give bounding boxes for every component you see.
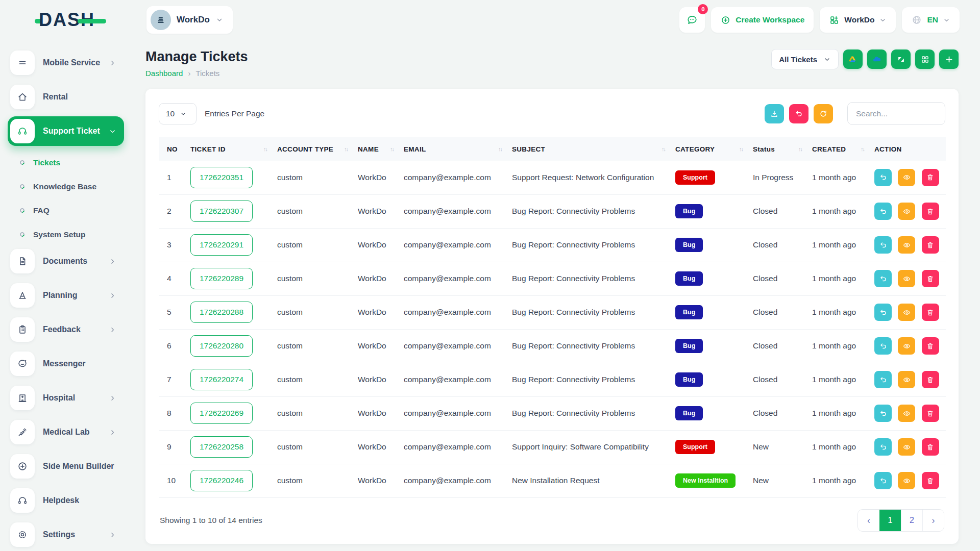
delete-button[interactable] (922, 405, 939, 422)
view-button[interactable] (898, 371, 915, 388)
sort-icon[interactable]: ↑↓ (344, 146, 348, 152)
view-button[interactable] (898, 337, 915, 355)
sidebar-item-documents[interactable]: Documents (8, 246, 124, 276)
entries-per-page-select[interactable]: 10 (159, 103, 197, 124)
ticket-id-button[interactable]: 1726220258 (190, 436, 253, 458)
sidebar-item-feedback[interactable]: Feedback (8, 315, 124, 344)
reply-button[interactable] (874, 438, 892, 456)
reply-button[interactable] (874, 203, 892, 220)
reply-button[interactable] (874, 304, 892, 321)
sidebar-item-messenger[interactable]: Messenger (8, 349, 124, 379)
workspace-switcher[interactable]: WorkDo (146, 6, 233, 34)
table-column-header[interactable]: TICKET ID↑↓ (185, 137, 272, 161)
breadcrumb-dashboard-link[interactable]: Dashboard (145, 69, 183, 78)
ticket-id-button[interactable]: 1726220246 (190, 470, 253, 491)
view-button[interactable] (898, 270, 915, 287)
sort-icon[interactable]: ↑↓ (498, 146, 502, 152)
sidebar-item-planning[interactable]: Planning (8, 281, 124, 310)
delete-button[interactable] (922, 203, 939, 220)
delete-button[interactable] (922, 304, 939, 321)
language-selector[interactable]: EN (902, 7, 960, 33)
previous-page-button[interactable]: ‹ (858, 510, 879, 531)
dash-logo[interactable]: DASH (35, 9, 106, 31)
delete-button[interactable] (922, 337, 939, 355)
messages-button[interactable]: 0 (679, 7, 705, 33)
ticket-id-button[interactable]: 1726220351 (190, 167, 253, 188)
table-column-header[interactable]: ACCOUNT TYPE↑↓ (272, 137, 353, 161)
delete-button[interactable] (922, 169, 939, 186)
account-type-cell: custom (272, 396, 353, 430)
google-drive-button[interactable] (843, 49, 863, 69)
sidebar-item-side-menu-builder[interactable]: Side Menu Builder (8, 452, 124, 481)
view-button[interactable] (898, 203, 915, 220)
create-workspace-button[interactable]: Create Workspace (711, 7, 814, 33)
table-column-header[interactable]: CREATED↑↓ (807, 137, 869, 161)
view-button[interactable] (898, 236, 915, 254)
sidebar-item-medical-lab[interactable]: Medical Lab (8, 417, 124, 447)
onedrive-button[interactable] (867, 49, 887, 69)
view-button[interactable] (898, 438, 915, 456)
add-ticket-button[interactable] (939, 49, 959, 69)
reply-button[interactable] (874, 236, 892, 254)
workspace-menu[interactable]: WorkDo (820, 7, 896, 33)
sidebar-item-rental[interactable]: Rental (8, 82, 124, 112)
zendesk-button[interactable] (891, 49, 911, 69)
sort-icon[interactable]: ↑↓ (263, 146, 267, 152)
ticket-id-button[interactable]: 1726220288 (190, 302, 253, 323)
table-column-header[interactable]: NAME↑↓ (353, 137, 399, 161)
ticket-id-button[interactable]: 1726220291 (190, 234, 253, 256)
delete-button[interactable] (922, 371, 939, 388)
sidebar-subitem-knowledge-base[interactable]: Knowledge Base (8, 174, 130, 198)
table-column-header[interactable]: CATEGORY↑↓ (670, 137, 748, 161)
sidebar-item-icon (10, 488, 35, 513)
refresh-button[interactable] (814, 104, 833, 123)
ticket-id-button[interactable]: 1726220307 (190, 201, 253, 222)
sort-icon[interactable]: ↑↓ (662, 146, 665, 152)
sidebar-subitem-faq[interactable]: FAQ (8, 198, 130, 222)
sort-icon[interactable]: ↑↓ (798, 146, 802, 152)
delete-button[interactable] (922, 270, 939, 287)
sidebar-item-support-ticket[interactable]: Support Ticket (8, 116, 124, 146)
table-column-header[interactable]: SUBJECT↑↓ (507, 137, 670, 161)
sort-icon[interactable]: ↑↓ (739, 146, 743, 152)
delete-button[interactable] (922, 472, 939, 489)
bullet-ring-icon (19, 231, 26, 238)
ticket-id-button[interactable]: 1726220289 (190, 268, 253, 289)
reply-button[interactable] (874, 337, 892, 355)
sidebar-item-helpdesk[interactable]: Helpdesk (8, 486, 124, 515)
reset-button[interactable] (789, 104, 808, 123)
reply-button[interactable] (874, 472, 892, 489)
view-button[interactable] (898, 472, 915, 489)
search-input[interactable] (847, 102, 945, 125)
sort-icon[interactable]: ↑↓ (390, 146, 394, 152)
page-button-1[interactable]: 1 (879, 510, 901, 531)
sidebar-subitem-system-setup[interactable]: System Setup (8, 222, 130, 246)
reply-button[interactable] (874, 405, 892, 422)
sidebar-item-hospital[interactable]: Hospital (8, 383, 124, 413)
next-page-button[interactable]: › (922, 510, 944, 531)
reply-button[interactable] (874, 270, 892, 287)
ticket-filter-select[interactable]: All Tickets (771, 49, 839, 69)
view-button[interactable] (898, 405, 915, 422)
view-button[interactable] (898, 304, 915, 321)
table-column-header[interactable]: EMAIL↑↓ (399, 137, 507, 161)
sidebar-item-settings[interactable]: Settings (8, 520, 124, 549)
sidebar-item-label: Side Menu Builder (43, 462, 114, 471)
grid-view-button[interactable] (915, 49, 935, 69)
sort-icon[interactable]: ↑↓ (861, 146, 864, 152)
view-button[interactable] (898, 169, 915, 186)
delete-button[interactable] (922, 438, 939, 456)
ticket-id-button[interactable]: 1726220269 (190, 403, 253, 424)
sidebar-item-mobile-service[interactable]: Mobile Service (8, 48, 124, 78)
sidebar-subitem-tickets[interactable]: Tickets (8, 151, 130, 174)
table-column-header[interactable]: Status↑↓ (748, 137, 807, 161)
delete-button[interactable] (922, 236, 939, 254)
ticket-id-button[interactable]: 1726220274 (190, 369, 253, 390)
reply-button[interactable] (874, 371, 892, 388)
reply-button[interactable] (874, 169, 892, 186)
sidebar-item-icon (10, 317, 35, 342)
ticket-id-button[interactable]: 1726220280 (190, 335, 253, 357)
page-button-2[interactable]: 2 (901, 510, 922, 531)
export-button[interactable] (765, 104, 784, 123)
created-cell: 1 month ago (807, 430, 869, 464)
